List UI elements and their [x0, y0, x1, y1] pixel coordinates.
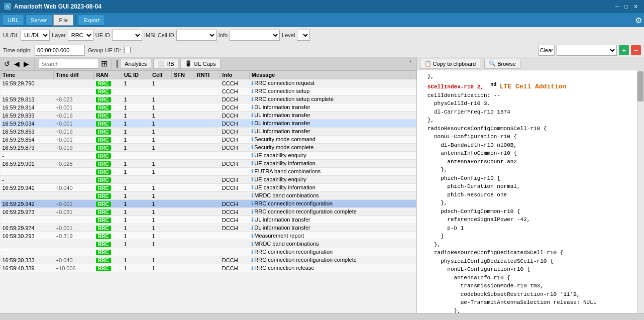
cell-ue-id — [122, 248, 150, 256]
time-origin-input[interactable] — [35, 45, 85, 56]
remove-filter-btn[interactable]: − — [631, 45, 641, 55]
info-label: Info — [219, 32, 228, 38]
cell-sfn — [171, 224, 194, 232]
table-row[interactable]: 16:59:29.833 +0.019 RRC 1 1 DCCH ℹUL inf… — [1, 112, 416, 120]
cell-rnti — [194, 192, 220, 200]
cell-time: 16:59:29.813 — [1, 95, 54, 103]
info-icon: ℹ — [251, 241, 253, 247]
table-row[interactable]: 16:59:30.293 +0.319 RRC 1 1 ℹMeasurement… — [1, 232, 416, 240]
table-row[interactable]: - RRC DCCH ℹUE capability enquiry — [1, 176, 416, 184]
log-table-container[interactable]: Time Time diff RAN UE ID Cell SFN RNTI I… — [0, 70, 416, 313]
filter-select[interactable] — [557, 45, 617, 56]
cell-cell — [150, 248, 172, 256]
cell-message: ℹRRC connection reconfiguration complete — [249, 208, 410, 216]
table-row[interactable]: 16:59:29.941 +0.040 RRC 1 1 DCCH ℹUE cap… — [1, 184, 416, 192]
table-row[interactable]: 16:59:29.790 RRC 1 1 CCCH ℹRRC connectio… — [1, 79, 416, 87]
cell-message: ℹRRC connection request — [249, 79, 410, 87]
cell-message: ℹMeasurement report — [249, 232, 410, 240]
ue-id-select[interactable] — [112, 30, 142, 41]
layer-select[interactable]: RRC MAC PHY — [68, 30, 93, 41]
table-icon: ⊞ — [101, 59, 108, 68]
cell-rnti — [194, 136, 220, 144]
export-nav-btn[interactable]: Export — [78, 15, 105, 26]
next-btn[interactable]: ▶ — [23, 59, 30, 68]
table-row[interactable]: 16:59:29.854 +0.001 RRC 1 1 DCCH ℹSecuri… — [1, 136, 416, 144]
cell-info: DCCH — [220, 95, 249, 103]
cell-cell: 1 — [150, 144, 172, 152]
table-row[interactable]: 16:59:30.333 +0.040 RRC 1 1 DCCH ℹRRC co… — [1, 256, 416, 264]
cell-time-diff — [54, 152, 94, 160]
cell-ue-id: 1 — [122, 103, 150, 112]
server-nav-btn[interactable]: Server — [25, 15, 52, 26]
cell-ran: RRC — [94, 216, 122, 224]
table-row[interactable]: - RRC ℹRRC connection reconfiguration — [1, 248, 416, 256]
cell-scroll — [410, 264, 416, 272]
cell-ue-id: 1 — [122, 120, 150, 128]
ue-caps-tab-btn[interactable]: 📱 UE Caps — [180, 59, 220, 69]
nav-separator — [75, 15, 76, 25]
clear-btn[interactable]: Clear — [539, 45, 555, 56]
cell-info — [220, 240, 249, 248]
cell-sfn — [171, 184, 194, 192]
table-row[interactable]: RRC 1 1 DCCH ℹUL information transfer — [1, 216, 416, 224]
refresh-btn[interactable]: ↺ — [3, 59, 11, 68]
table-row[interactable]: 16:59:40.339 +10.006 RRC 1 1 DCCH ℹRRC c… — [1, 264, 416, 272]
cell-sfn — [171, 112, 194, 120]
cell-time: 16:59:29.833 — [1, 112, 54, 120]
table-row[interactable]: 16:59:29.873 +0.019 RRC 1 1 DCCH ℹSecuri… — [1, 144, 416, 152]
browse-btn[interactable]: 🔍 Browse — [484, 59, 520, 69]
cell-info: CCCH — [220, 87, 249, 95]
search-input[interactable] — [39, 59, 99, 69]
group-ue-id-checkbox[interactable] — [124, 47, 131, 53]
code-line: dl-Bandwidth-r10 n100B, — [421, 141, 633, 150]
analytics-tab-btn[interactable]: Analytics — [120, 59, 151, 69]
settings-icon[interactable]: ⚙ — [635, 16, 642, 25]
maximize-btn[interactable]: □ — [624, 4, 628, 10]
cell-info: DCCH — [220, 136, 249, 144]
table-row[interactable]: 16:59:29.974 +0.001 RRC 1 1 DCCH ℹDL inf… — [1, 224, 416, 232]
table-row[interactable]: 16:59:29.814 +0.001 RRC 1 1 DCCH ℹDL inf… — [1, 103, 416, 112]
cell-ue-id: 1 — [122, 136, 150, 144]
prev-btn[interactable]: ◀ — [13, 59, 21, 68]
cell-cell: 1 — [150, 192, 172, 200]
cell-ue-id: 1 — [122, 224, 150, 232]
scrollbar-thumb[interactable] — [637, 71, 643, 101]
cell-cell: 1 — [150, 264, 172, 272]
table-row[interactable]: 16:59:29.901 +0.028 RRC 1 1 DCCH ℹUE cap… — [1, 160, 416, 168]
rb-tab-btn[interactable]: ⬜ RB — [153, 59, 178, 69]
ul-dl-select[interactable]: UL/DL UL DL — [21, 30, 50, 41]
level-select[interactable] — [297, 30, 310, 41]
cell-id-select[interactable] — [176, 30, 217, 41]
table-row[interactable]: 16:59:29.853 +0.019 RRC 1 1 DCCH ℹUL inf… — [1, 128, 416, 136]
minimize-btn[interactable]: ─ — [615, 4, 619, 10]
code-line: referenceSignalPower -42, — [421, 216, 633, 224]
table-row[interactable]: 16:59:29.942 +0.001 RRC 1 1 DCCH ℹRRC co… — [1, 200, 416, 208]
cell-ran: RRC — [94, 95, 122, 103]
file-nav-btn[interactable]: File — [53, 15, 73, 26]
right-scrollbar[interactable] — [637, 70, 644, 313]
close-btn[interactable]: ✕ — [633, 4, 638, 10]
info-icon: ℹ — [251, 160, 253, 166]
table-row[interactable]: - RRC ℹUE capability enquiry — [1, 152, 416, 160]
rrc-badge: RRC — [96, 250, 111, 255]
col-sfn: SFN — [171, 71, 194, 79]
info-select[interactable] — [230, 30, 280, 41]
cell-ran: RRC — [94, 87, 122, 95]
cell-cell: 1 — [150, 136, 172, 144]
cell-time: 16:59:29.941 — [1, 184, 54, 192]
table-row[interactable]: RRC 1 1 ℹEUTRA band combinations — [1, 168, 416, 176]
cell-rnti — [194, 168, 220, 176]
table-row[interactable]: RRC CCCH ℹRRC connection setup — [1, 87, 416, 95]
table-row[interactable]: 16:59:29.034 +0.001 RRC 1 1 DCCH ℹDL inf… — [1, 120, 416, 128]
main-toolbar: UL/DL UL/DL UL DL Layer RRC MAC PHY UE I… — [0, 27, 644, 43]
table-row[interactable]: RRC 1 1 ℹMRDC band combinations — [1, 240, 416, 248]
table-row[interactable]: 16:59:29.813 +0.023 RRC 1 1 DCCH ℹRRC co… — [1, 95, 416, 103]
cell-cell: 1 — [150, 200, 172, 208]
add-filter-btn[interactable]: + — [619, 45, 629, 55]
table-row[interactable]: 16:59:29.973 +0.031 RRC 1 1 DCCH ℹRRC co… — [1, 208, 416, 216]
copy-to-clipboard-btn[interactable]: 📋 Copy to clipboard — [420, 59, 481, 69]
table-row[interactable]: RRC 1 1 ℹMRDC band combinations — [1, 192, 416, 200]
cell-time-diff: +0.319 — [54, 232, 94, 240]
cell-ue-id: 1 — [122, 200, 150, 208]
url-nav-btn[interactable]: URL — [2, 15, 24, 26]
